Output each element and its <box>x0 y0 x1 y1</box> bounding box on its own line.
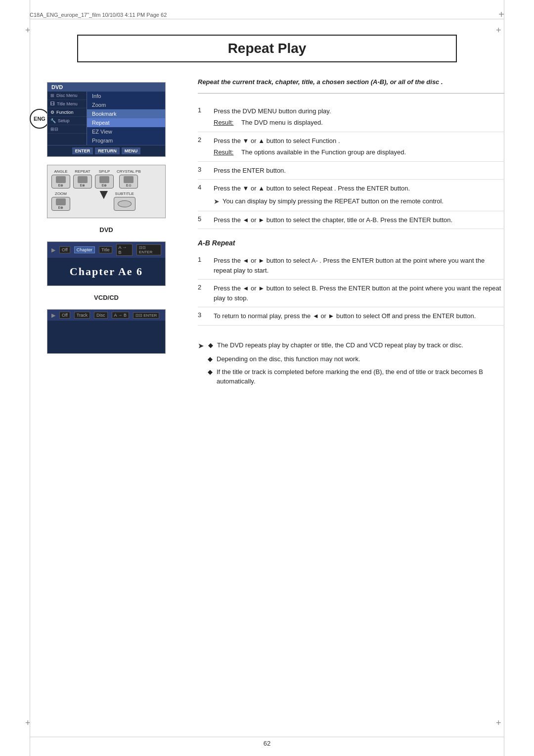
subtitle-btn <box>114 197 135 211</box>
right-column: Repeat the current track, chapter, title… <box>198 77 504 731</box>
step-5: 5 Press the ◄ or ► button to select the … <box>198 211 504 230</box>
main-note-text: The DVD repeats play by chapter or title… <box>217 340 463 350</box>
dvd-bar-top: ▶ Off Chapter Title A → B ⊡⊡ ENTER <box>47 242 165 258</box>
step-3-num: 3 <box>198 166 208 173</box>
zoom-btn: E⊕ <box>51 197 70 211</box>
crystal-label: CRYSTAL PB <box>117 169 141 174</box>
ab-step-2: 2 Press the ◄ or ► button to select B. P… <box>198 280 504 307</box>
sub-note-1-text: Depending on the disc, this function may… <box>217 354 360 364</box>
title-label: Title Menu <box>57 101 78 106</box>
page-title: Repeat Play <box>77 35 457 62</box>
function-icon: ⚙ <box>50 110 54 115</box>
return-btn: RETURN <box>95 147 120 154</box>
page-number: 62 <box>264 740 270 747</box>
menu-left-function: ⚙ Function <box>47 108 87 117</box>
menu-left-icons: ⊞⊟ <box>47 125 87 134</box>
step-5-text: Press the ◄ or ► button to select the ch… <box>214 215 504 225</box>
repeat-icon <box>78 176 88 183</box>
chapter-display: Chapter Ae 6 <box>70 265 143 278</box>
enter-btn: ENTER <box>72 147 93 154</box>
sub-note-2-text: If the title or track is completed befor… <box>217 367 504 386</box>
subtitle-icon <box>118 200 132 207</box>
step-2-num: 2 <box>198 136 208 143</box>
header-text: C18A_ENG_europe_17"_film 10/10/03 4:11 P… <box>30 12 167 18</box>
page-header: C18A_ENG_europe_17"_film 10/10/03 4:11 P… <box>30 9 504 20</box>
left-column: DVD ⊞ Disc Menu 🎞 Title Menu ⚙ <box>30 77 183 731</box>
sub-note-2: ◆ If the title or track is completed bef… <box>198 367 504 386</box>
dvd-section-label: DVD <box>99 226 113 234</box>
menu-left-disc: ⊞ Disc Menu <box>47 92 87 100</box>
disc-icon: ⊞ <box>50 93 54 98</box>
dvd-ab-btn: A → B <box>116 244 133 256</box>
crystal-text: E⊙ <box>126 184 132 188</box>
ab-step-3-text: To return to normal play, press the ◄ or… <box>214 311 504 321</box>
dvd-menu-items: ⊞ Disc Menu 🎞 Title Menu ⚙ Function � <box>47 92 165 145</box>
crystal-icon <box>124 176 134 183</box>
vcd-bar-screenshot: ▶ Off Track Disc A → B ⊡⊡ ENTER <box>47 309 166 354</box>
disc-label: Disc Menu <box>56 93 78 98</box>
vcd-section-label: VCD/CD <box>94 294 119 301</box>
sub-note-2-bullet: ◆ <box>208 367 213 386</box>
step-4-content: Press the ▼ or ▲ button to select Repeat… <box>214 184 504 207</box>
ab-step-3-num: 3 <box>198 311 208 319</box>
step-1-result: Result: The DVD menu is displayed. <box>214 118 504 128</box>
angle-text: E⊕ <box>58 184 64 188</box>
ab-step-1: 1 Press the ◄ or ► button to select A- .… <box>198 252 504 280</box>
zoom-icon <box>56 198 66 205</box>
page-content: Repeat Play DVD ⊞ Disc Menu 🎞 Title Menu <box>30 25 504 731</box>
step-4: 4 Press the ▼ or ▲ button to select Repe… <box>198 180 504 211</box>
ab-repeat-title: A-B Repeat <box>198 239 504 247</box>
step-2-content: Press the ▼ or ▲ button to select Functi… <box>214 136 504 157</box>
step-3: 3 Press the ENTER button. <box>198 162 504 180</box>
step-4-text: Press the ▼ or ▲ button to select Repeat… <box>214 184 504 193</box>
sub-note-1: ◆ Depending on the disc, this function m… <box>198 354 504 364</box>
dvd-title-btn: Title <box>99 246 112 253</box>
step-1-num: 1 <box>198 106 208 114</box>
notes-section: ➤ ◆ The DVD repeats play by chapter or t… <box>198 340 504 386</box>
step-3-text: Press the ENTER button. <box>214 166 504 176</box>
dvd-menu-screenshot: DVD ⊞ Disc Menu 🎞 Title Menu ⚙ <box>47 82 166 157</box>
step-2-result: Result: The options available in the Fun… <box>214 147 504 157</box>
zoom-label: ZOOM <box>55 191 67 196</box>
dvd-bar-screenshot: ▶ Off Chapter Title A → B ⊡⊡ ENTER Chapt… <box>47 241 166 286</box>
vcd-bar-play-icon: ▶ <box>51 312 55 319</box>
ab-step-1-content: Press the ◄ or ► button to select A- . P… <box>214 256 504 275</box>
setup-label: Setup <box>58 118 70 123</box>
step-2-text: Press the ▼ or ▲ button to select Functi… <box>214 136 504 146</box>
menu-right-ezview: EZ View <box>87 127 165 136</box>
header-crosshair: + <box>498 9 504 20</box>
arrow-decoration: ▼ <box>97 187 111 202</box>
step-1: 1 Press the DVD MENU button during play.… <box>198 102 504 132</box>
dvd-bar-content: Chapter Ae 6 <box>47 258 165 285</box>
menu-btn: MENU <box>122 147 141 154</box>
vcd-enter-btn: ⊡⊡ ENTER <box>133 312 159 319</box>
vcd-disc-btn: Disc <box>94 312 108 319</box>
icons-icon: ⊞⊟ <box>50 127 58 132</box>
vcd-bar-content <box>47 321 165 353</box>
ab-step-3: 3 To return to normal play, press the ◄ … <box>198 307 504 326</box>
zoom-text: E⊕ <box>58 206 64 210</box>
repeat-text: E⊗ <box>80 184 86 188</box>
main-note-arrow: ➤ <box>198 340 204 352</box>
ab-step-1-num: 1 <box>198 256 208 263</box>
intro-text: Repeat the current track, chapter, title… <box>198 77 504 94</box>
subtitle-label: SUBTITLE <box>115 191 134 196</box>
angle-label: ANGLE <box>54 169 67 174</box>
menu-left-title: 🎞 Title Menu <box>47 100 87 108</box>
remote-screenshot: ANGLE E⊕ REPEAT E⊗ <box>47 165 166 218</box>
step-4-note: ➤ You can display by simply pressing the… <box>214 196 504 207</box>
step-2: 2 Press the ▼ or ▲ button to select Func… <box>198 132 504 162</box>
step-1-result-text: The DVD menu is displayed. <box>241 118 323 128</box>
vcd-ab-btn: A → B <box>112 312 130 319</box>
repeat-label: REPEAT <box>75 169 90 174</box>
step-4-note-text: You can display by simply pressing the R… <box>222 196 444 207</box>
splp-icon <box>99 176 109 183</box>
menu-left-setup: 🔧 Setup <box>47 117 87 125</box>
menu-right-info: Info <box>87 92 165 100</box>
ab-step-1-text: Press the ◄ or ► button to select A- . P… <box>214 256 504 275</box>
ab-step-2-content: Press the ◄ or ► button to select B. Pre… <box>214 284 504 303</box>
crystal-btn: E⊙ <box>119 175 138 189</box>
remote-row-1: ANGLE E⊕ REPEAT E⊗ <box>51 169 161 189</box>
dvd-menu-left: ⊞ Disc Menu 🎞 Title Menu ⚙ Function � <box>47 92 87 145</box>
step-5-content: Press the ◄ or ► button to select the ch… <box>214 215 504 225</box>
